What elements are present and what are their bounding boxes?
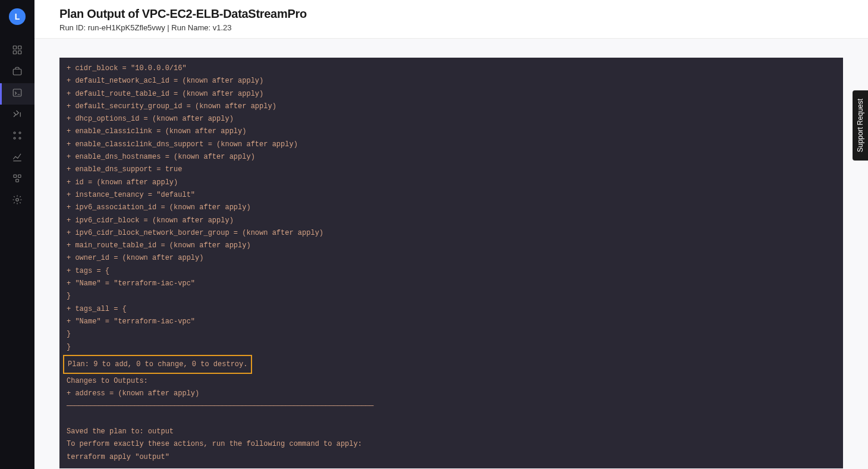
svg-rect-4 [13,69,21,75]
code-line: + owner_id = (known after apply) [59,252,843,265]
code-line: } [59,341,843,354]
svg-point-7 [19,132,21,134]
code-line: + instance_tenancy = "default" [59,189,843,202]
sidebar: L [0,0,34,469]
code-line: + id = (known after apply) [59,177,843,189]
support-request-tab[interactable]: Support Request [853,90,868,160]
workflow-icon [12,109,23,122]
nav-resources[interactable] [0,169,34,190]
code-line: + tags = { [59,265,843,278]
nav-analytics[interactable] [0,147,34,169]
main-area: Plan Output of VPC-EC2-ELB-DataStreamPro… [34,0,868,469]
stack-icon [12,173,23,186]
svg-rect-5 [13,89,21,96]
code-line: + tags_all = { [59,303,843,316]
code-line: + ipv6_cidr_block = (known after apply) [59,215,843,227]
code-line: + default_security_group_id = (known aft… [59,100,843,113]
title-name: VPC-EC2-ELB-DataStreamPro [142,7,307,20]
chart-icon [12,152,23,165]
nav-pipelines[interactable] [0,105,34,126]
code-line: + cidr_block = "10.0.0.0/16" [59,62,843,75]
logo-letter: L [15,12,20,21]
svg-rect-2 [13,51,16,54]
content-area[interactable]: + cidr_block = "10.0.0.0/16"+ default_ne… [34,39,868,469]
svg-rect-11 [18,175,21,178]
code-line: + ipv6_association_id = (known after app… [59,202,843,214]
code-line: } [59,290,843,303]
divider-line: ────────────────────────────────────────… [59,400,843,413]
code-line: + enable_classiclink_dns_support = (know… [59,139,843,151]
code-line: + main_route_table_id = (known after app… [59,240,843,252]
code-line: To perform exactly these actions, run th… [59,438,843,451]
code-line: Changes to Outputs: [59,375,843,388]
header: Plan Output of VPC-EC2-ELB-DataStreamPro… [34,0,868,39]
briefcase-icon [12,66,23,79]
code-line: + dhcp_options_id = (known after apply) [59,113,843,125]
svg-point-8 [14,137,15,139]
code-line: } [59,328,843,341]
grid-icon [12,45,23,58]
svg-rect-10 [14,175,17,178]
nav-settings[interactable] [0,190,34,212]
apps-icon [12,130,23,143]
svg-rect-0 [13,46,16,49]
svg-rect-12 [16,180,19,182]
code-line: + default_route_table_id = (known after … [59,88,843,100]
code-line: + enable_classiclink = (known after appl… [59,125,843,138]
code-line: + ipv6_cidr_block_network_border_group =… [59,227,843,240]
nav-output[interactable] [0,83,34,105]
code-line: + default_network_acl_id = (known after … [59,75,843,87]
gear-icon [12,194,23,207]
plan-summary-text: Plan: 9 to add, 0 to change, 0 to destro… [63,355,252,374]
plan-summary-highlight: Plan: 9 to add, 0 to change, 0 to destro… [59,355,843,374]
page-subtitle: Run ID: run-eH1KpK5Zfle5vwy | Run Name: … [59,23,843,32]
code-line [59,413,843,426]
code-line: terraform apply "output" [59,451,843,464]
plan-output-code: + cidr_block = "10.0.0.0/16"+ default_ne… [59,58,843,468]
code-line: Saved the plan to: output [59,426,843,438]
svg-point-6 [14,132,15,134]
code-line: + enable_dns_support = true [59,163,843,176]
terminal-icon [12,87,23,100]
code-line: + "Name" = "terraform-iac-vpc" [59,316,843,328]
nav-dashboard[interactable] [0,40,34,62]
page-title: Plan Output of VPC-EC2-ELB-DataStreamPro [59,7,843,21]
svg-point-9 [19,137,21,139]
code-line: + enable_dns_hostnames = (known after ap… [59,151,843,163]
title-prefix: Plan Output of [59,7,142,20]
nav-jobs[interactable] [0,62,34,83]
nav-apps[interactable] [0,126,34,147]
code-line: + "Name" = "terraform-iac-vpc" [59,278,843,290]
svg-rect-3 [18,51,21,54]
logo[interactable]: L [9,8,26,25]
svg-point-13 [16,199,19,202]
code-line: + address = (known after apply) [59,388,843,400]
svg-rect-1 [18,46,21,49]
